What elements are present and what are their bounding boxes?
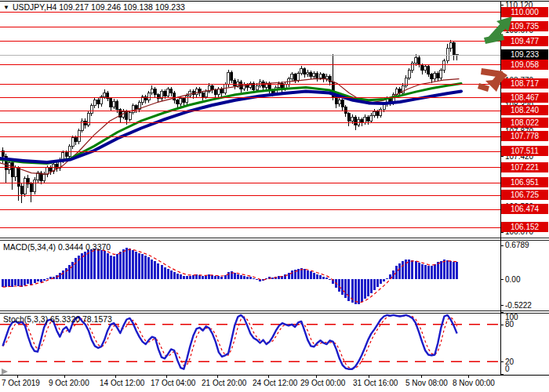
- axis-tick: [500, 361, 504, 362]
- chart-canvas[interactable]: 110.120109.670109.220108.770108.320107.8…: [0, 0, 549, 392]
- candle: [90, 106, 93, 114]
- candle: [304, 69, 306, 74]
- candle: [129, 113, 131, 120]
- candle: [220, 89, 223, 93]
- price-level-value: 107.778: [511, 132, 540, 140]
- candle: [71, 138, 74, 147]
- time-axis-label[interactable]: 14 Oct 12:00: [100, 379, 145, 387]
- candle: [87, 114, 89, 125]
- price-level-line[interactable]: [0, 195, 500, 196]
- macd-bar: [427, 266, 430, 279]
- time-axis-tick: [17, 376, 18, 378]
- price-axis-line[interactable]: [500, 1, 501, 376]
- macd-bar: [46, 278, 49, 279]
- macd-bar: [376, 279, 379, 287]
- time-axis-label[interactable]: 8 Nov 00:00: [453, 379, 495, 387]
- candle: [227, 72, 230, 85]
- macd-bar: [164, 267, 166, 279]
- candle: [49, 167, 52, 171]
- candle: [344, 107, 347, 114]
- price-level-line[interactable]: [0, 183, 500, 183]
- macd-bar: [135, 252, 137, 279]
- price-level-line[interactable]: [0, 227, 500, 228]
- macd-bar: [297, 269, 300, 279]
- candle: [322, 74, 325, 79]
- candle: [132, 106, 134, 113]
- candle: [427, 67, 430, 74]
- macd-bar: [456, 262, 458, 279]
- macd-bar: [147, 257, 150, 279]
- time-axis-label[interactable]: 24 Oct 12:00: [253, 379, 298, 387]
- macd-bar: [202, 276, 204, 279]
- price-level-value: 107.511: [511, 147, 539, 155]
- chart-bottom-border: [0, 375, 549, 376]
- price-level-line[interactable]: [0, 122, 500, 123]
- macd-bar: [154, 261, 156, 279]
- macd-bar: [434, 264, 436, 279]
- macd-bar: [246, 277, 249, 279]
- macd-bar: [329, 279, 331, 280]
- time-axis-label[interactable]: 9 Oct 20:00: [49, 379, 89, 387]
- macd-bar: [358, 279, 360, 304]
- time-axis-label[interactable]: 7 Oct 2019: [2, 379, 40, 387]
- candle: [214, 90, 216, 95]
- time-axis-label[interactable]: 21 Oct 20:00: [202, 379, 247, 387]
- price-level-line[interactable]: [0, 151, 500, 152]
- price-level-value: 109.477: [511, 37, 540, 45]
- price-level-value: 106.152: [511, 223, 540, 231]
- candle: [78, 130, 80, 141]
- macd-bar: [113, 256, 115, 279]
- axis-tick: [500, 312, 504, 313]
- macd-bar: [227, 272, 230, 279]
- macd-bar: [338, 279, 340, 292]
- macd-bar: [354, 279, 357, 304]
- macd-bar: [415, 261, 417, 279]
- time-axis-label[interactable]: 31 Oct 16:00: [353, 379, 398, 387]
- macd-bar: [211, 275, 213, 279]
- macd-bar: [304, 269, 306, 279]
- candle: [195, 89, 198, 95]
- macd-bar: [234, 273, 236, 279]
- macd-bar: [20, 279, 23, 287]
- candle: [43, 174, 45, 181]
- price-level-line[interactable]: [0, 136, 500, 137]
- time-axis-label[interactable]: 29 Oct 00:00: [300, 379, 346, 387]
- candle: [30, 184, 32, 192]
- candle: [17, 167, 20, 186]
- macd-axis-label: 0.00: [505, 275, 521, 284]
- candle: [370, 115, 373, 121]
- macd-bar: [17, 279, 20, 286]
- macd-bar: [398, 263, 401, 279]
- macd-bar: [27, 279, 29, 284]
- price-level-line[interactable]: [0, 12, 500, 13]
- candle: [415, 58, 417, 64]
- candle: [189, 91, 191, 96]
- price-level-line[interactable]: [0, 84, 500, 85]
- symbol-dropdown-icon[interactable]: ▼: [3, 4, 9, 11]
- price-level-line[interactable]: [0, 209, 500, 210]
- macd-bar: [34, 279, 36, 283]
- macd-bar: [8, 279, 10, 286]
- candle: [75, 138, 77, 142]
- time-axis-label[interactable]: 17 Oct 04:00: [151, 379, 196, 387]
- candle: [34, 180, 36, 192]
- price-level-line[interactable]: [0, 41, 500, 42]
- price-level-line[interactable]: [0, 167, 500, 168]
- candle: [316, 74, 318, 78]
- price-level-line[interactable]: [0, 111, 500, 111]
- macd-bar: [249, 277, 252, 279]
- candle: [11, 163, 13, 177]
- macd-bar: [217, 276, 220, 279]
- price-level-line[interactable]: [0, 97, 500, 98]
- current-price-line: [0, 55, 500, 56]
- macd-bar: [173, 272, 176, 279]
- time-axis-label[interactable]: 5 Nov 08:00: [405, 379, 448, 387]
- macd-bar: [5, 279, 7, 287]
- price-level-value: 110.000: [511, 8, 539, 16]
- macd-bar: [240, 275, 242, 279]
- price-level-line[interactable]: [0, 27, 500, 27]
- macd-bar: [421, 264, 424, 279]
- price-level-line[interactable]: [0, 64, 500, 65]
- macd-bar: [256, 279, 258, 280]
- candle: [176, 100, 179, 104]
